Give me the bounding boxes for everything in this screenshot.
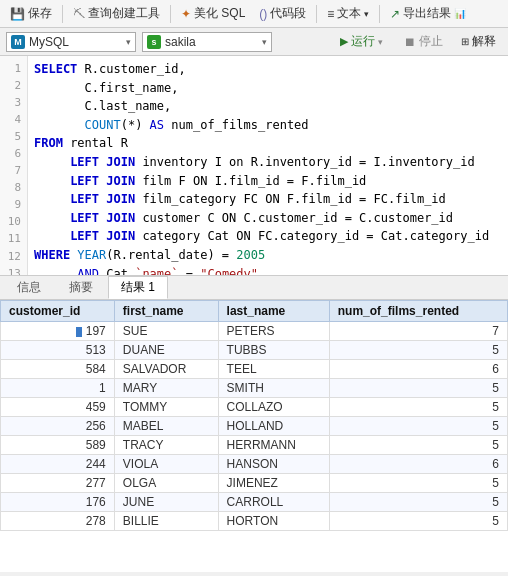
table-row: 278BILLIEHORTON5 [1, 512, 508, 531]
cell-last-name: COLLAZO [218, 398, 329, 417]
query-builder-label: 查询创建工具 [88, 5, 160, 22]
results-table: customer_id first_name last_name num_of_… [0, 300, 508, 531]
explain-icon: ⊞ [461, 36, 469, 47]
cell-customer-id: 256 [1, 417, 115, 436]
cell-customer-id: 277 [1, 474, 115, 493]
cell-num-films: 5 [329, 341, 507, 360]
cell-last-name: HERRMANN [218, 436, 329, 455]
cell-last-name: HOLLAND [218, 417, 329, 436]
cell-customer-id: 459 [1, 398, 115, 417]
cell-customer-id: 584 [1, 360, 115, 379]
beautify-label: 美化 SQL [194, 5, 245, 22]
save-icon: 💾 [10, 7, 25, 21]
db-selector-row: M MySQL ▾ s sakila ▾ ▶ 运行 ▾ ⏹ 停止 ⊞ 解释 [0, 28, 508, 56]
table-row: 244VIOLAHANSON6 [1, 455, 508, 474]
tab-summary[interactable]: 摘要 [56, 276, 106, 299]
cell-last-name: JIMENEZ [218, 474, 329, 493]
bottom-tabs: 信息 摘要 结果 1 [0, 276, 508, 300]
table-row: 277OLGAJIMENEZ5 [1, 474, 508, 493]
run-label: 运行 [351, 33, 375, 50]
code-icon: () [259, 7, 267, 21]
line-numbers: 1234567891011121314 [0, 56, 28, 275]
results-container[interactable]: customer_id first_name last_name num_of_… [0, 300, 508, 572]
table-row: 513DUANETUBBS5 [1, 341, 508, 360]
col-header-customer-id: customer_id [1, 301, 115, 322]
table-row: 197SUEPETERS7 [1, 322, 508, 341]
row-indicator [76, 327, 82, 337]
cell-first-name: SALVADOR [114, 360, 218, 379]
cell-last-name: TEEL [218, 360, 329, 379]
db-schema-selector[interactable]: s sakila ▾ [142, 32, 272, 52]
cell-first-name: DUANE [114, 341, 218, 360]
cell-num-films: 7 [329, 322, 507, 341]
sep2 [170, 5, 171, 23]
cell-num-films: 5 [329, 474, 507, 493]
tab-result1[interactable]: 结果 1 [108, 276, 168, 299]
cell-last-name: HANSON [218, 455, 329, 474]
sakila-icon: s [147, 35, 161, 49]
run-button[interactable]: ▶ 运行 ▾ [331, 30, 392, 53]
cell-first-name: MARY [114, 379, 218, 398]
cell-customer-id: 1 [1, 379, 115, 398]
col-header-num-films: num_of_films_rented [329, 301, 507, 322]
cell-first-name: VIOLA [114, 455, 218, 474]
stop-icon: ⏹ [404, 35, 416, 49]
cell-customer-id: 197 [1, 322, 115, 341]
beautify-icon: ✦ [181, 7, 191, 21]
code-snippet-button[interactable]: () 代码段 [253, 3, 312, 24]
table-row: 176JUNECARROLL5 [1, 493, 508, 512]
db-schema-label: sakila [165, 35, 258, 49]
cell-num-films: 6 [329, 360, 507, 379]
query-builder-icon: ⛏ [73, 7, 85, 21]
sep4 [379, 5, 380, 23]
stop-button[interactable]: ⏹ 停止 [398, 31, 449, 52]
run-icon: ▶ [340, 35, 348, 48]
cell-first-name: TOMMY [114, 398, 218, 417]
text-button[interactable]: ≡ 文本 ▾ [321, 3, 375, 24]
beautify-button[interactable]: ✦ 美化 SQL [175, 3, 251, 24]
cell-first-name: OLGA [114, 474, 218, 493]
table-row: 584SALVADORTEEL6 [1, 360, 508, 379]
cell-num-films: 5 [329, 436, 507, 455]
run-dropdown-icon: ▾ [378, 37, 383, 47]
export-button[interactable]: ↗ 导出结果 📊 [384, 3, 472, 24]
code-label: 代码段 [270, 5, 306, 22]
export-label: 导出结果 [403, 5, 451, 22]
save-label: 保存 [28, 5, 52, 22]
cell-num-films: 5 [329, 398, 507, 417]
db-type-selector[interactable]: M MySQL ▾ [6, 32, 136, 52]
cell-customer-id: 589 [1, 436, 115, 455]
cell-first-name: JUNE [114, 493, 218, 512]
table-row: 256MABELHOLLAND5 [1, 417, 508, 436]
cell-last-name: HORTON [218, 512, 329, 531]
export-chart-icon: 📊 [454, 8, 466, 19]
tab-info[interactable]: 信息 [4, 276, 54, 299]
table-header-row: customer_id first_name last_name num_of_… [1, 301, 508, 322]
bottom-area: 信息 摘要 结果 1 customer_id first_name last_n… [0, 276, 508, 572]
cell-first-name: MABEL [114, 417, 218, 436]
cell-customer-id: 176 [1, 493, 115, 512]
cell-last-name: PETERS [218, 322, 329, 341]
export-icon: ↗ [390, 7, 400, 21]
sep1 [62, 5, 63, 23]
sql-editor[interactable]: 1234567891011121314 SELECT R.customer_id… [0, 56, 508, 276]
cell-customer-id: 513 [1, 341, 115, 360]
col-header-first-name: first_name [114, 301, 218, 322]
explain-label: 解释 [472, 33, 496, 50]
db-type-arrow-icon: ▾ [126, 37, 131, 47]
sep3 [316, 5, 317, 23]
mysql-icon: M [11, 35, 25, 49]
save-button[interactable]: 💾 保存 [4, 3, 58, 24]
main-toolbar: 💾 保存 ⛏ 查询创建工具 ✦ 美化 SQL () 代码段 ≡ 文本 ▾ ↗ 导… [0, 0, 508, 28]
table-row: 459TOMMYCOLLAZO5 [1, 398, 508, 417]
query-builder-button[interactable]: ⛏ 查询创建工具 [67, 3, 166, 24]
cell-last-name: SMITH [218, 379, 329, 398]
cell-first-name: SUE [114, 322, 218, 341]
col-header-last-name: last_name [218, 301, 329, 322]
sql-content[interactable]: SELECT R.customer_id, C.first_name, C.la… [28, 56, 508, 275]
explain-button[interactable]: ⊞ 解释 [455, 31, 502, 52]
cell-num-films: 5 [329, 379, 507, 398]
table-row: 589TRACYHERRMANN5 [1, 436, 508, 455]
db-type-label: MySQL [29, 35, 122, 49]
text-icon: ≡ [327, 7, 334, 21]
